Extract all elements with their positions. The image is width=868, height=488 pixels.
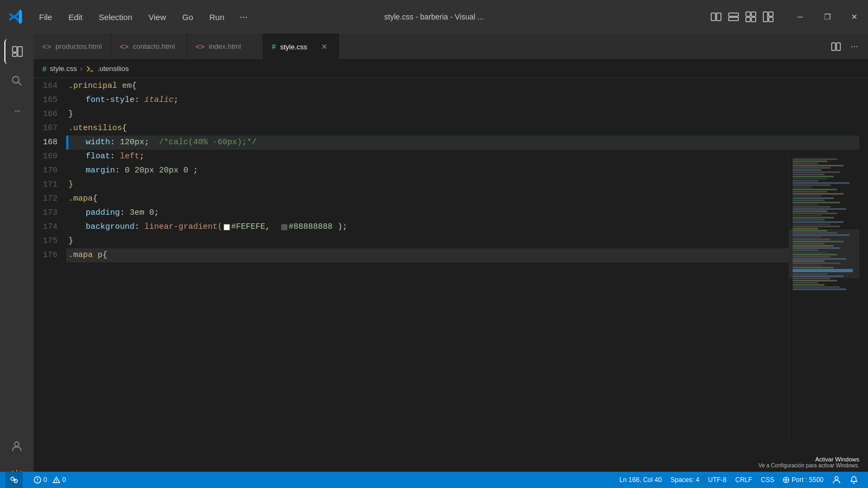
- tab-label: style.css: [280, 43, 307, 51]
- svg-point-31: [835, 477, 838, 480]
- code-line-175: }: [66, 234, 859, 248]
- svg-rect-19: [837, 43, 840, 50]
- status-errors[interactable]: 0 0: [29, 472, 70, 488]
- menu-more[interactable]: ···: [233, 8, 254, 26]
- code-line-173: padding: 3em 0;: [66, 206, 859, 220]
- status-remote[interactable]: [5, 472, 23, 488]
- titlebar: File Edit Selection View Go Run ··· styl…: [0, 0, 868, 34]
- line-numbers: 164 165 166 167 168 169 170 171 172 173 …: [34, 78, 66, 464]
- breadcrumb-class[interactable]: .utensilios: [98, 65, 129, 73]
- statusbar: 0 0 Activar Windows Ve a Configuración p…: [0, 472, 868, 488]
- breadcrumb-separator: ›: [80, 65, 82, 73]
- window-title: style.css - barberia - Visual ...: [384, 12, 483, 21]
- status-account-icon[interactable]: [828, 472, 845, 488]
- layout-grid-icon[interactable]: [743, 9, 758, 24]
- svg-point-27: [56, 481, 56, 482]
- tabs-bar: <> productos.html <> contacto.html <> in…: [34, 34, 868, 60]
- menu-file[interactable]: File: [31, 9, 60, 25]
- code-line-174: background: linear-gradient( #FEFEFE, #8…: [66, 220, 859, 234]
- code-line-176: .mapa p{: [66, 248, 859, 262]
- layout-editor-icon[interactable]: [726, 9, 741, 24]
- code-line-168: width: 120px; /*calc(40% -60px);*/: [66, 136, 859, 150]
- svg-rect-11: [12, 47, 17, 52]
- color-swatch-88888888: [281, 224, 288, 230]
- breadcrumb: # style.css › .utensilios: [34, 60, 868, 78]
- html-icon: <>: [42, 42, 51, 51]
- layout-custom-icon[interactable]: [761, 9, 776, 24]
- code-line-170: margin: 0 20px 20px 0 ;: [66, 164, 859, 178]
- svg-rect-18: [832, 43, 835, 50]
- code-line-166: }: [66, 107, 859, 121]
- status-line-ending[interactable]: CRLF: [731, 472, 756, 488]
- svg-rect-9: [769, 12, 773, 16]
- tab-productos[interactable]: <> productos.html: [34, 34, 111, 59]
- tab-label: contacto.html: [133, 42, 175, 50]
- status-left: 0 0: [5, 472, 70, 488]
- more-tabs-button[interactable]: ···: [846, 38, 863, 55]
- layout-split-icon[interactable]: [709, 9, 724, 24]
- status-notification-icon[interactable]: [845, 472, 863, 488]
- svg-rect-3: [729, 17, 738, 21]
- activity-more-icon[interactable]: ···: [4, 98, 29, 123]
- restore-button[interactable]: ❐: [814, 0, 841, 34]
- status-port[interactable]: Port : 5500: [778, 472, 828, 488]
- tab-close-button[interactable]: ✕: [319, 41, 330, 52]
- activity-explorer-icon[interactable]: [4, 39, 29, 64]
- tab-label: productos.html: [55, 42, 101, 50]
- tab-actions: ···: [828, 34, 868, 59]
- css-hash-icon: #: [272, 42, 276, 51]
- breadcrumb-class-icon: [86, 64, 94, 73]
- svg-rect-4: [746, 12, 750, 16]
- svg-rect-0: [711, 13, 716, 21]
- error-count: 0: [43, 476, 47, 484]
- warning-count: 0: [62, 476, 66, 484]
- svg-rect-7: [751, 17, 756, 22]
- code-line-167: .utensilios{: [66, 121, 859, 136]
- status-right: Activar Windows Ve a Configuración para …: [615, 472, 863, 488]
- status-line-col[interactable]: Ln 168, Col 40: [615, 472, 666, 488]
- split-editor-button[interactable]: [828, 38, 844, 55]
- menu-go[interactable]: Go: [175, 9, 201, 25]
- breadcrumb-file-icon: #: [42, 65, 47, 73]
- menu-selection[interactable]: Selection: [91, 9, 140, 25]
- layout-icons: [709, 9, 776, 24]
- code-line-165: font-style: italic;: [66, 93, 859, 107]
- status-spaces[interactable]: Spaces: 4: [666, 472, 704, 488]
- svg-point-25: [37, 481, 38, 482]
- tab-index[interactable]: <> index.html: [187, 34, 263, 59]
- svg-rect-1: [717, 13, 721, 21]
- window-controls: ─ ❐ ✕: [787, 0, 868, 34]
- color-swatch-fefefe: [224, 224, 230, 230]
- svg-rect-8: [763, 12, 768, 22]
- close-button[interactable]: ✕: [841, 0, 868, 34]
- breadcrumb-file[interactable]: style.css: [50, 65, 77, 73]
- svg-point-16: [15, 442, 19, 446]
- activate-windows-notice: Activar Windows Ve a Configuración para …: [758, 456, 859, 468]
- code-line-171: }: [66, 178, 859, 192]
- svg-rect-10: [769, 17, 773, 22]
- menu-edit[interactable]: Edit: [61, 9, 90, 25]
- svg-rect-2: [729, 13, 738, 16]
- svg-rect-12: [18, 47, 22, 56]
- tab-style-css[interactable]: # style.css ✕: [263, 34, 339, 59]
- minimize-button[interactable]: ─: [787, 0, 814, 34]
- code-line-169: float: left;: [66, 150, 859, 164]
- html-icon: <>: [196, 42, 205, 51]
- status-language[interactable]: CSS: [757, 472, 779, 488]
- code-area[interactable]: .principal em{ font-style: italic; } .ut…: [66, 78, 859, 464]
- menu-bar: File Edit Selection View Go Run ···: [31, 8, 254, 26]
- menu-run[interactable]: Run: [202, 9, 232, 25]
- code-line-172: .mapa{: [66, 192, 859, 206]
- editor: 164 165 166 167 168 169 170 171 172 173 …: [34, 78, 859, 464]
- svg-line-15: [18, 82, 22, 86]
- tab-label: index.html: [209, 42, 241, 50]
- html-icon: <>: [120, 42, 129, 51]
- menu-view[interactable]: View: [141, 9, 174, 25]
- minimap: [789, 156, 859, 440]
- svg-rect-5: [751, 12, 756, 16]
- vscode-logo: [5, 6, 27, 28]
- activity-search-icon[interactable]: [4, 68, 29, 93]
- activity-account-icon[interactable]: [4, 434, 29, 459]
- tab-contacto[interactable]: <> contacto.html: [111, 34, 187, 59]
- status-encoding[interactable]: UTF-8: [704, 472, 731, 488]
